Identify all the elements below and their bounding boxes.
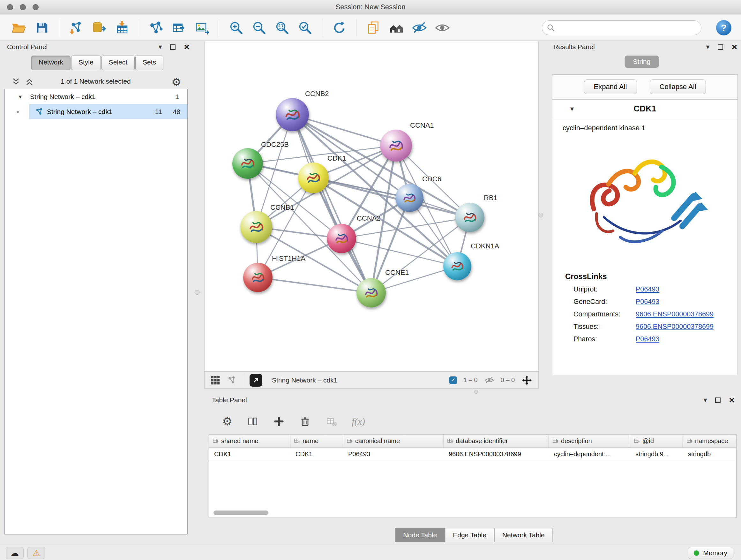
network-node-count: 11 (155, 108, 162, 116)
zoom-selected-icon (297, 20, 313, 36)
expand-all-button[interactable]: Expand All (584, 79, 637, 94)
crosslink-pharos-link[interactable]: P06493 (636, 335, 659, 343)
panel-menu-icon[interactable]: ▾ (158, 44, 162, 51)
network-canvas[interactable]: CCNB2CCNA1CDC25BCDK1CDC6RB1CCNB1CCNA2CDK… (204, 41, 539, 372)
zoom-in-button[interactable] (227, 18, 246, 37)
zoom-fit-button[interactable] (273, 18, 291, 37)
minimize-window-button[interactable] (20, 4, 26, 10)
toolbar-separator (139, 19, 139, 37)
horizontal-scrollbar[interactable] (213, 510, 268, 515)
crosslink-compartments-link[interactable]: 9606.ENSP00000378699 (636, 310, 714, 318)
warnings-button[interactable]: ⚠ (27, 547, 45, 559)
column-header-canonical-name[interactable]: canonical name (343, 435, 444, 447)
detach-view-button[interactable] (250, 374, 262, 387)
import-table-button[interactable] (113, 18, 131, 37)
network-node-cdc6[interactable] (395, 184, 423, 212)
pan-move-icon[interactable] (521, 374, 533, 386)
column-header-database-identifier[interactable]: database identifier (444, 435, 549, 447)
cloud-status-button[interactable]: ☁ (6, 547, 23, 559)
export-image-button[interactable] (193, 18, 211, 37)
tab-style[interactable]: Style (71, 56, 101, 70)
panel-menu-icon[interactable]: ▾ (703, 396, 707, 403)
vertical-splitter-handle[interactable] (195, 290, 199, 295)
close-window-button[interactable] (7, 4, 13, 10)
network-node-hist1h1a[interactable] (243, 263, 273, 292)
refresh-layout-button[interactable] (330, 18, 348, 37)
tab-node-table[interactable]: Node Table (395, 528, 445, 542)
protein-thumbnail-icon (361, 283, 381, 303)
collection-expand-icon[interactable]: ▾ (19, 94, 22, 100)
tab-network[interactable]: Network (31, 56, 71, 70)
gear-icon[interactable]: ⚙ (172, 75, 181, 89)
network-node-rb1[interactable] (455, 203, 484, 232)
float-window-icon[interactable] (715, 397, 721, 403)
duplicate-document-button[interactable] (364, 18, 383, 37)
memory-button[interactable]: Memory (688, 547, 733, 559)
collection-label: String Network – cdk1 (30, 93, 95, 101)
open-in-new-icon (253, 377, 259, 384)
home-button[interactable] (387, 18, 406, 37)
float-window-icon[interactable] (718, 44, 723, 50)
column-header-name[interactable]: name (290, 435, 343, 447)
control-panel-tabs: Network Style Select Sets (31, 56, 164, 70)
add-column-icon[interactable] (273, 416, 285, 427)
tab-edge-table[interactable]: Edge Table (445, 528, 494, 542)
network-node-cdk1[interactable] (298, 163, 329, 193)
hide-selected-button[interactable] (410, 18, 428, 37)
network-node-cdkn1a[interactable] (443, 252, 471, 280)
title-bar: Session: New Session (0, 0, 741, 14)
crosslink-tissues-link[interactable]: 9606.ENSP00000378699 (636, 323, 714, 331)
tab-sets[interactable]: Sets (135, 56, 163, 70)
zoom-out-button[interactable] (250, 18, 268, 37)
network-node-ccna1[interactable] (380, 130, 412, 162)
network-node-ccne1[interactable] (356, 278, 386, 307)
protein-thumbnail-icon (385, 135, 407, 157)
panel-menu-icon[interactable]: ▾ (706, 44, 710, 51)
table-row[interactable]: CDK1 CDK1 P06493 9606.ENSP00000378699 cy… (209, 448, 736, 461)
network-collection-row[interactable]: ▾ String Network – cdk1 1 (5, 89, 187, 104)
column-header-id[interactable]: @id (630, 435, 683, 447)
column-header-description[interactable]: description (549, 435, 630, 447)
close-panel-icon[interactable]: × (184, 42, 190, 52)
open-session-button[interactable] (10, 18, 28, 37)
network-row[interactable]: ● String Network – cdk1 11 48 (5, 104, 187, 119)
network-node-ccnb2[interactable] (276, 98, 309, 131)
table-settings-icon[interactable]: ⚙ (222, 415, 232, 428)
gene-description: cyclin–dependent kinase 1 (562, 124, 738, 132)
collapse-all-button[interactable]: Collapse All (650, 79, 706, 94)
network-view-icon[interactable] (227, 375, 237, 385)
tab-string[interactable]: String (625, 56, 659, 68)
zoom-window-button[interactable] (32, 4, 39, 10)
column-header-shared-name[interactable]: shared name (209, 435, 290, 447)
tab-network-table[interactable]: Network Table (494, 528, 553, 542)
crosslink-uniprot-link[interactable]: P06493 (636, 286, 659, 294)
import-network-database-button[interactable] (90, 18, 108, 37)
network-node-ccnb1[interactable] (240, 211, 272, 243)
export-table-button[interactable] (170, 18, 188, 37)
crosslink-genecard-link[interactable]: P06493 (636, 298, 659, 306)
table-toolbar: ⚙ f(x) (222, 411, 365, 432)
collapse-gene-icon[interactable]: ▾ (570, 105, 574, 112)
results-actions: Expand All Collapse All (552, 74, 738, 99)
network-node-ccna2[interactable] (327, 224, 356, 253)
float-window-icon[interactable] (170, 44, 176, 50)
new-network-button[interactable] (147, 18, 165, 37)
zoom-selected-button[interactable] (296, 18, 314, 37)
save-session-button[interactable] (32, 18, 51, 37)
tab-select[interactable]: Select (102, 56, 135, 70)
import-network-file-button[interactable] (67, 18, 85, 37)
selected-checkbox-icon[interactable]: ✓ (449, 376, 457, 384)
search-input[interactable] (555, 21, 701, 34)
current-network-name: String Network – cdk1 (272, 376, 337, 384)
network-node-cdc25b[interactable] (232, 148, 263, 179)
network-edges (205, 41, 539, 372)
show-columns-icon[interactable] (247, 416, 259, 427)
column-header-namespace[interactable]: namespace (683, 435, 737, 447)
network-node-label: RB1 (484, 194, 497, 202)
help-button[interactable]: ? (716, 20, 731, 36)
close-panel-icon[interactable]: × (729, 395, 735, 405)
grid-view-icon[interactable] (210, 375, 220, 385)
show-all-button[interactable] (433, 18, 452, 37)
close-panel-icon[interactable]: × (731, 42, 737, 52)
delete-column-icon[interactable] (299, 416, 311, 427)
